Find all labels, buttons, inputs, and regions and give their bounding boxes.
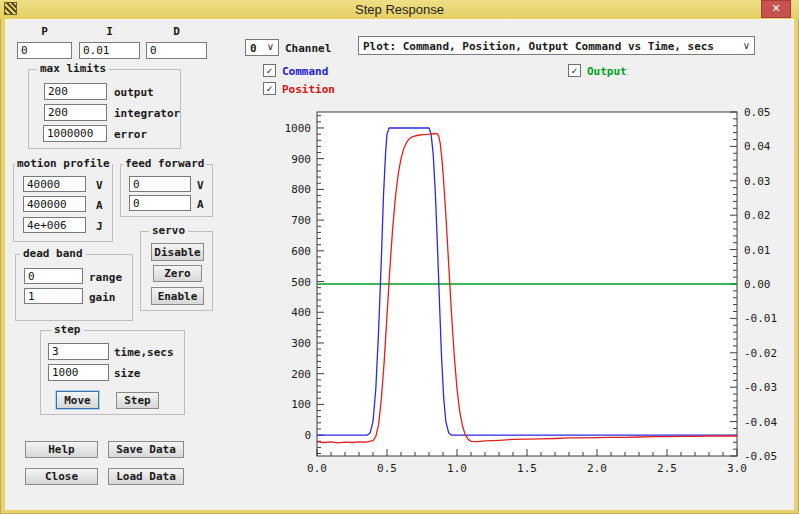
servo-disable-button[interactable]: Disable (151, 243, 204, 261)
servo-zero-button[interactable]: Zero (153, 265, 202, 282)
chevron-down-icon: ∨ (267, 41, 274, 52)
svg-text:400: 400 (291, 306, 311, 319)
step-title: step (51, 323, 84, 336)
profile-v-label: V (96, 179, 103, 192)
svg-text:-0.02: -0.02 (744, 347, 777, 360)
svg-text:0.01: 0.01 (744, 244, 771, 257)
ff-v-input[interactable] (129, 176, 191, 192)
window-title: Step Response (0, 2, 799, 17)
d-input[interactable] (146, 42, 207, 59)
svg-text:0.0: 0.0 (307, 462, 327, 475)
max-limits-group: max limits output integrator error (28, 69, 181, 149)
profile-j-input[interactable] (23, 217, 86, 233)
feed-forward-title: feed forward (123, 157, 206, 170)
channel-value: 0 (250, 42, 257, 55)
svg-text:-0.03: -0.03 (744, 381, 777, 394)
svg-text:0.02: 0.02 (744, 209, 771, 222)
close-icon: ✕ (771, 2, 780, 15)
channel-select[interactable]: 0 ∨ (245, 39, 279, 56)
deadband-range-input[interactable] (24, 268, 83, 284)
chevron-down-icon: ∨ (743, 40, 750, 51)
ff-a-label: A (197, 198, 204, 211)
client-area: P I D 0 ∨ Channel Plot: Command, Positio… (5, 19, 794, 510)
svg-text:0.5: 0.5 (377, 462, 397, 475)
dead-band-title: dead band (20, 247, 86, 260)
feed-forward-group: feed forward V A (120, 164, 213, 217)
help-button[interactable]: Help (25, 441, 98, 458)
svg-text:0.03: 0.03 (744, 175, 771, 188)
svg-text:-0.01: -0.01 (744, 312, 777, 325)
max-limits-title: max limits (37, 62, 109, 75)
max-error-input[interactable] (43, 125, 107, 142)
profile-a-input[interactable] (23, 196, 86, 212)
svg-text:1.5: 1.5 (517, 462, 537, 475)
svg-text:500: 500 (291, 276, 311, 289)
d-label: D (146, 25, 207, 38)
svg-text:2.5: 2.5 (657, 462, 677, 475)
max-error-label: error (114, 128, 147, 141)
step-size-input[interactable] (48, 364, 109, 381)
svg-text:2.0: 2.0 (587, 462, 607, 475)
svg-text:600: 600 (291, 245, 311, 258)
svg-text:100: 100 (291, 398, 311, 411)
svg-text:0: 0 (304, 429, 311, 442)
step-time-input[interactable] (48, 343, 109, 360)
deadband-range-label: range (89, 271, 122, 284)
check-icon: ✓ (266, 83, 272, 94)
svg-text:0.05: 0.05 (744, 106, 771, 119)
save-data-button[interactable]: Save Data (108, 441, 184, 458)
svg-text:900: 900 (291, 153, 311, 166)
ff-v-label: V (197, 179, 204, 192)
servo-enable-button[interactable]: Enable (151, 287, 204, 305)
svg-text:1000: 1000 (285, 122, 312, 135)
max-output-input[interactable] (44, 83, 107, 100)
titlebar: Step Response ✕ (0, 0, 799, 19)
position-checkbox[interactable]: ✓ (263, 82, 276, 95)
ff-a-input[interactable] (129, 195, 191, 211)
svg-text:-0.05: -0.05 (744, 450, 777, 463)
step-group: step time,secs size Move Step (40, 330, 185, 415)
svg-text:3.0: 3.0 (727, 462, 747, 475)
svg-text:0.04: 0.04 (744, 140, 771, 153)
deadband-gain-input[interactable] (24, 288, 83, 304)
svg-text:200: 200 (291, 368, 311, 381)
i-input[interactable] (79, 42, 140, 59)
check-icon: ✓ (266, 65, 272, 76)
plot-select-value: Plot: Command, Position, Output Command … (363, 40, 714, 53)
close-button[interactable]: ✕ (761, 0, 791, 18)
max-integrator-label: integrator (114, 107, 180, 120)
move-button[interactable]: Move (56, 391, 99, 409)
check-icon: ✓ (571, 65, 577, 76)
command-checkbox[interactable]: ✓ (263, 64, 276, 77)
step-time-label: time,secs (114, 346, 174, 359)
step-button[interactable]: Step (116, 392, 159, 409)
motion-profile-title: motion profile (15, 157, 112, 170)
max-output-label: output (114, 86, 154, 99)
servo-group: servo Disable Zero Enable (140, 231, 213, 311)
svg-text:800: 800 (291, 183, 311, 196)
profile-j-label: J (96, 220, 103, 233)
step-response-chart: 0.00.51.01.52.02.53.00100200300400500600… (255, 101, 794, 501)
svg-text:700: 700 (291, 214, 311, 227)
i-label: I (79, 25, 140, 38)
svg-text:0.00: 0.00 (744, 278, 771, 291)
step-size-label: size (114, 367, 141, 380)
profile-a-label: A (96, 199, 103, 212)
position-checkbox-label: Position (282, 83, 335, 96)
load-data-button[interactable]: Load Data (108, 468, 184, 485)
svg-text:300: 300 (291, 337, 311, 350)
close-button-bottom[interactable]: Close (25, 468, 98, 485)
svg-text:-0.04: -0.04 (744, 416, 777, 429)
svg-text:1.0: 1.0 (447, 462, 467, 475)
p-label: P (17, 25, 72, 38)
channel-label: Channel (285, 42, 331, 55)
output-checkbox[interactable]: ✓ (568, 64, 581, 77)
deadband-gain-label: gain (89, 291, 116, 304)
profile-v-input[interactable] (23, 176, 86, 192)
max-integrator-input[interactable] (44, 104, 107, 121)
motion-profile-group: motion profile V A J (13, 164, 113, 242)
plot-select[interactable]: Plot: Command, Position, Output Command … (358, 36, 755, 55)
servo-title: servo (149, 224, 188, 237)
dead-band-group: dead band range gain (15, 254, 133, 321)
p-input[interactable] (17, 42, 72, 59)
